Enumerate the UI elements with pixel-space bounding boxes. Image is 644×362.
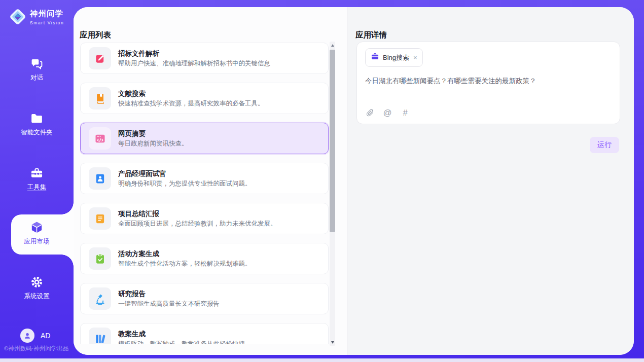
composer-action-row: @# — [365, 108, 410, 117]
app-card[interactable]: 文献搜索 快速精准查找学术资源，提高研究效率的必备工具。 — [80, 83, 329, 114]
doc-edit-icon — [89, 47, 111, 69]
arrow-up-icon — [331, 44, 334, 47]
sidebar-item-settings[interactable]: 系统设置 — [0, 275, 74, 301]
sidebar-item-toolbox[interactable]: 工具集 — [0, 166, 74, 192]
avatar[interactable] — [20, 329, 34, 343]
logo: 神州问学 Smart Vision — [8, 7, 64, 27]
logo-subtitle: Smart Vision — [30, 20, 64, 25]
arrow-down-icon — [331, 341, 334, 344]
app-list: 招标文件解析 帮助用户快速、准确地理解和解析招标书中的关键信息 文献搜索 快速精… — [80, 43, 329, 344]
sidebar-item-app-market[interactable]: 应用市场 — [0, 221, 74, 246]
user-row[interactable]: AD — [20, 329, 50, 343]
report-icon — [89, 207, 111, 230]
folder-icon — [30, 112, 44, 125]
toolbox-icon — [30, 166, 44, 180]
copyright-footer: ©神州数码·神州问学出品 — [4, 345, 68, 352]
gear-icon — [30, 275, 44, 289]
user-name: AD — [41, 332, 50, 340]
app-card[interactable]: 研究报告 一键智能生成高质量长文本研究报告 — [80, 283, 329, 314]
sidebar: 神州问学 Smart Vision 对话 智能文件夹 工具集 应用市场 系统设置… — [0, 0, 74, 358]
prompt-card[interactable]: Bing搜索 × 今日湖北有哪些新闻要点？有哪些需要关注的最新政策？ @# — [356, 42, 620, 124]
browser-icon — [89, 127, 111, 150]
hash-icon[interactable]: # — [401, 108, 410, 117]
chat-icon — [30, 57, 44, 70]
briefcase-icon — [371, 52, 383, 63]
scrollbar-down-button[interactable] — [330, 339, 335, 346]
paperclip-icon[interactable] — [365, 108, 374, 117]
app-card[interactable]: 项目总结汇报 全面回顾项目进展，总结经验教训，助力未来优化发展。 — [80, 203, 329, 234]
tool-tag-bing-search[interactable]: Bing搜索 × — [365, 48, 423, 67]
scrollbar-thumb[interactable] — [330, 50, 335, 232]
tool-tag-label: Bing搜索 — [383, 53, 409, 62]
app-card[interactable]: 教案生成 模板驱动，教案秒成，教学准备从此轻松快捷 — [80, 323, 329, 344]
app-card[interactable]: 招标文件解析 帮助用户快速、准确地理解和解析招标书中的关键信息 — [80, 43, 329, 74]
app-frame: 神州问学 Smart Vision 对话 智能文件夹 工具集 应用市场 系统设置… — [0, 0, 644, 358]
scrollbar-up-button[interactable] — [330, 42, 335, 49]
app-list-panel: 应用列表 招标文件解析 帮助用户快速、准确地理解和解析招标书中的关键信息 文献搜… — [74, 7, 347, 355]
mention-icon[interactable]: @ — [383, 108, 392, 117]
book-icon — [89, 87, 111, 110]
interview-icon — [89, 167, 111, 190]
desktop-strip — [0, 358, 644, 362]
run-button[interactable]: 运行 — [590, 137, 619, 153]
sidebar-item-chat[interactable]: 对话 — [0, 57, 74, 82]
scrollbar-track[interactable] — [330, 42, 335, 346]
prompt-text[interactable]: 今日湖北有哪些新闻要点？有哪些需要关注的最新政策？ — [365, 77, 612, 86]
clipboard-icon — [89, 247, 111, 270]
app-card[interactable]: 网页摘要 每日政府新闻资讯快查。 — [80, 123, 329, 154]
books-icon — [89, 328, 111, 344]
app-card[interactable]: 活动方案生成 智能生成个性化活动方案，轻松解决规划难题。 — [80, 243, 329, 274]
app-list-title: 应用列表 — [80, 30, 111, 41]
microscope-icon — [89, 287, 111, 310]
gem-logo-icon — [8, 7, 28, 27]
cube-icon — [30, 221, 44, 234]
content-surface: 应用列表 招标文件解析 帮助用户快速、准确地理解和解析招标书中的关键信息 文献搜… — [74, 7, 634, 355]
app-detail-title: 应用详情 — [355, 30, 387, 41]
close-icon[interactable]: × — [413, 54, 417, 61]
app-card[interactable]: 产品经理面试官 明确身份和职责，为您提供专业性的面试问题。 — [80, 163, 329, 194]
app-detail-panel: 应用详情 Bing搜索 × 今日湖北有哪些新闻要点？有哪些需要关注的最新政策？ … — [347, 7, 634, 355]
logo-title: 神州问学 — [30, 9, 64, 19]
sidebar-item-smart-folders[interactable]: 智能文件夹 — [0, 112, 74, 137]
